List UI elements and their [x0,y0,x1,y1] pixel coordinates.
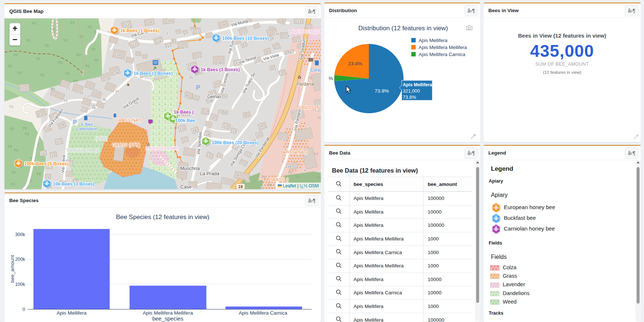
svg-text:10: 10 [283,138,287,141]
svg-text:5: 5 [242,43,244,47]
svg-text:33: 33 [189,76,193,79]
svg-text:16: 16 [276,32,279,36]
svg-text:bee_species: bee_species [152,315,183,322]
svg-text:15: 15 [182,139,186,142]
svg-text:40: 40 [219,61,222,65]
svg-text:Apis Mellifera Mellifera: Apis Mellifera Mellifera [419,45,467,50]
svg-text:19: 19 [117,53,121,56]
svg-text:41: 41 [197,55,201,59]
svg-text:100k Bees (10 Boxes): 100k Bees (10 Boxes) [222,36,269,41]
svg-text:100k Bees (20 Boxes): 100k Bees (20 Boxes) [212,140,259,145]
svg-text:20: 20 [277,46,281,50]
svg-text:10: 10 [67,172,71,176]
svg-text:14: 14 [259,124,263,128]
svg-text:6: 6 [290,51,291,54]
svg-text:13: 13 [298,20,301,23]
svg-text:4: 4 [266,50,268,53]
svg-text:23.4%: 23.4% [348,61,362,66]
svg-text:35: 35 [102,98,106,101]
svg-text:5: 5 [219,154,221,158]
svg-text:19: 19 [193,128,196,132]
svg-text:7: 7 [177,32,179,36]
svg-text:31: 31 [194,94,198,97]
svg-text:21: 21 [64,98,67,102]
svg-text:19: 19 [60,123,64,127]
svg-text:2: 2 [245,32,247,36]
svg-text:10: 10 [298,39,301,43]
svg-text:0: 0 [22,307,25,312]
svg-text:17: 17 [179,127,183,131]
svg-text:23: 23 [66,87,70,90]
svg-text:16: 16 [257,133,261,136]
svg-text:1: 1 [46,127,48,131]
svg-text:5: 5 [24,87,26,91]
svg-text:1: 1 [198,30,200,34]
svg-text:13: 13 [51,153,55,157]
svg-text:18: 18 [206,133,210,136]
svg-text:1: 1 [274,67,276,71]
svg-text:13: 13 [132,42,136,46]
svg-text:33: 33 [106,77,110,81]
svg-text:4: 4 [223,23,225,27]
svg-text:25: 25 [80,91,83,95]
svg-text:19: 19 [238,184,243,189]
svg-text:4: 4 [55,94,56,98]
svg-text:12: 12 [246,153,250,157]
svg-text:Muschna: Muschna [180,166,200,171]
svg-text:321,000: 321,000 [403,88,420,94]
svg-text:17: 17 [57,140,61,143]
svg-text:Pardanal: Pardanal [297,82,314,87]
svg-text:37: 37 [115,90,119,93]
svg-text:GRASS (NAT): GRASS (NAT) [116,118,142,122]
svg-text:(CAN): (CAN) [95,136,107,141]
svg-text:P: P [73,119,77,125]
svg-text:15: 15 [41,152,45,155]
svg-text:29: 29 [92,106,96,110]
svg-text:300k: 300k [15,232,25,237]
svg-text:Bee Species (12 features in vi: Bee Species (12 features in view) [116,214,209,221]
svg-text:10k Bees (3 Boxes): 10k Bees (3 Boxes) [53,181,94,187]
svg-text:18: 18 [270,37,274,40]
svg-text:10: 10 [241,162,245,166]
svg-text:bee_amount: bee_amount [10,255,15,283]
svg-text:21: 21 [125,22,129,26]
svg-text:27: 27 [81,107,85,110]
svg-text:20: 20 [205,123,209,127]
svg-text:La Prada: La Prada [200,171,220,176]
svg-text:10: 10 [246,179,250,183]
svg-text:100k: 100k [15,282,25,287]
svg-text:7: 7 [307,123,309,127]
svg-text:9: 9 [281,20,283,23]
svg-text:3: 3 [41,113,42,117]
svg-text:15: 15 [157,39,161,43]
svg-text:1k Bees (3 Boxes): 1k Bees (3 Boxes) [201,67,240,72]
svg-text:8: 8 [237,173,239,177]
svg-text:27: 27 [87,95,91,98]
svg-text:14: 14 [285,34,289,38]
svg-text:TARAXACUM (C: TARAXACUM (C [66,148,100,153]
svg-text:Apis Mellifera Carnica: Apis Mellifera Carnica [419,52,465,57]
svg-text:26: 26 [206,110,210,113]
svg-text:Case: Case [180,184,191,189]
svg-text:13: 13 [224,124,228,128]
svg-text:LAVENDER (NAT): LAVENDER (NAT) [146,146,179,150]
svg-text:5: 5 [224,95,226,98]
svg-text:73.8%: 73.8% [403,94,416,100]
svg-text:11a: 11a [286,165,291,168]
svg-text:1k Bees (1 Boxes): 1k Bees (1 Boxes) [120,28,159,33]
svg-text:200k: 200k [15,257,25,262]
svg-text:4: 4 [285,52,287,56]
svg-text:P: P [196,84,200,91]
svg-text:1k Bees (3 Boxes): 1k Bees (3 Boxes) [134,71,173,76]
svg-text:GRASS (NA: GRASS (NA [298,105,321,110]
svg-text:Apis Mellifera: Apis Mellifera [56,310,87,316]
svg-text:47: 47 [182,46,186,50]
svg-text:3: 3 [280,71,282,75]
svg-text:3: 3 [192,28,194,32]
svg-text:VASS (NAT): VASS (NAT) [284,149,308,155]
svg-text:4: 4 [304,169,305,172]
svg-text:GRASS (I: GRASS (I [269,177,289,183]
svg-text:Apis Mellifera Carnica: Apis Mellifera Carnica [239,310,287,316]
svg-text:14: 14 [168,19,172,22]
svg-text:♻: ♻ [298,75,302,80]
